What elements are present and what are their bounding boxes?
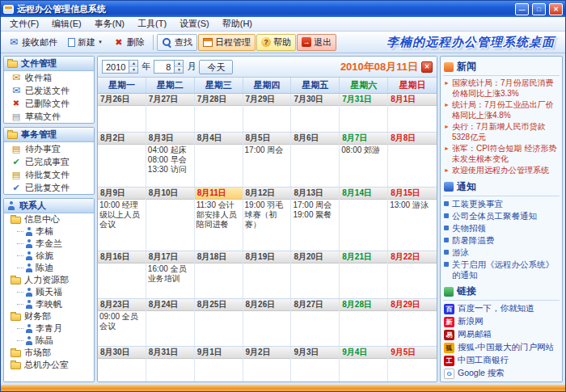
- calendar-cell[interactable]: 8月1日: [388, 94, 437, 132]
- calendar-cell[interactable]: 9月5日: [388, 347, 437, 381]
- calendar-cell[interactable]: 9月3日: [291, 347, 340, 381]
- year-up-icon[interactable]: [129, 61, 137, 66]
- close-button[interactable]: ✕: [549, 3, 563, 15]
- calendar-cell[interactable]: 8月11日11:30 会计部安排人员陪同进餐: [195, 188, 243, 251]
- exit-button[interactable]: 退出: [297, 34, 336, 51]
- calendar-cell[interactable]: 8月6日: [291, 133, 340, 187]
- link-item[interactable]: 狐搜狐-中国最大的门户网站: [443, 341, 560, 354]
- calendar-cell[interactable]: 8月29日: [388, 299, 437, 346]
- link-item[interactable]: 百百度一下，你就知道: [443, 302, 560, 315]
- contact-member[interactable]: 李映帆: [4, 298, 94, 310]
- today-button[interactable]: 今天: [199, 60, 233, 74]
- month-spinner[interactable]: 8: [154, 60, 184, 74]
- notice-item[interactable]: 工装更换事宜: [443, 198, 560, 210]
- minimize-button[interactable]: —: [515, 3, 529, 15]
- calendar-event[interactable]: 13:00 游泳: [390, 200, 435, 210]
- menu-item-5[interactable]: 设置(S): [173, 17, 216, 31]
- calendar-cell[interactable]: 8月23日09:00 全员会议: [98, 299, 146, 346]
- contact-group[interactable]: 信息中心: [4, 213, 94, 226]
- calendar-cell[interactable]: 8月22日: [388, 251, 437, 298]
- calendar-event[interactable]: 19:00 聚餐: [293, 210, 337, 220]
- calendar-cell[interactable]: 8月27日: [291, 299, 340, 346]
- link-item[interactable]: GGoogle 搜索: [443, 367, 560, 380]
- find-button[interactable]: 查找: [157, 34, 197, 51]
- calendar-event[interactable]: 04:00 起床: [148, 145, 192, 155]
- contact-group[interactable]: 市场部: [4, 347, 94, 359]
- calendar-event[interactable]: 13:30 访问: [148, 165, 192, 175]
- calendar-cell[interactable]: 8月4日: [195, 133, 243, 187]
- notice-item[interactable]: 游泳: [443, 247, 560, 259]
- notice-item[interactable]: 失物招领: [443, 222, 560, 234]
- contacts-header[interactable]: 联系人: [4, 199, 94, 213]
- calendar-cell[interactable]: 8月2日: [98, 133, 146, 187]
- calendar-cell[interactable]: 7月27日: [146, 94, 195, 132]
- calendar-cell[interactable]: 8月15日13:00 游泳: [388, 188, 437, 251]
- task-item[interactable]: 已完成事宜: [4, 155, 94, 168]
- schedule-button[interactable]: 日程管理: [198, 34, 256, 51]
- link-item[interactable]: 易网易邮箱: [443, 328, 560, 341]
- calendar-cell[interactable]: 8月21日: [340, 251, 388, 298]
- calendar-cell[interactable]: 7月30日: [291, 94, 340, 132]
- link-item[interactable]: 海Dict.CN 海词 在线词典: [443, 380, 560, 382]
- calendar-cell[interactable]: 7月31日: [340, 94, 388, 132]
- calendar-event[interactable]: 11:30 会计部安排人员陪同进餐: [196, 200, 241, 230]
- help-button[interactable]: 帮助: [256, 34, 296, 51]
- calendar-event[interactable]: 17:00 周会: [245, 145, 289, 155]
- news-item[interactable]: ►统计局：7月份工业品出厂价格同比上涨4.8%: [443, 99, 560, 121]
- notice-item[interactable]: 防暑降温费: [443, 234, 560, 247]
- task-item[interactable]: 待批复文件: [4, 168, 94, 181]
- year-spinner[interactable]: 2010: [102, 60, 138, 74]
- calendar-cell[interactable]: 8月28日: [340, 299, 388, 346]
- notice-item[interactable]: 关于启用《远程办公系统》的通知: [443, 259, 560, 281]
- contact-member[interactable]: 李楠: [4, 226, 94, 238]
- calendar-event[interactable]: 16:00 全员业务培训: [148, 264, 192, 284]
- task-management-header[interactable]: 事务管理: [4, 128, 94, 142]
- link-item[interactable]: 新新浪网: [443, 315, 560, 328]
- calendar-event[interactable]: 10:00 经理级以上人员会议: [99, 200, 144, 230]
- notice-item[interactable]: 公司全体员工聚餐通知: [443, 210, 560, 222]
- calendar-cell[interactable]: 8月26日: [243, 299, 292, 346]
- news-item[interactable]: ►欢迎使用远程办公管理系统: [443, 165, 560, 177]
- calendar-cell[interactable]: 7月29日: [243, 94, 292, 132]
- contact-member[interactable]: 陈迪: [4, 262, 94, 274]
- month-up-icon[interactable]: [175, 61, 183, 66]
- receive-mail-button[interactable]: 接收邮件: [3, 34, 62, 51]
- menu-item-1[interactable]: 文件(F): [3, 17, 45, 31]
- delete-button[interactable]: 删除: [108, 34, 150, 51]
- file-item[interactable]: 已发送文件: [4, 84, 94, 97]
- news-item[interactable]: ►央行：7月新增人民币贷款5328亿元: [443, 121, 560, 143]
- file-item[interactable]: 草稿文件: [4, 110, 94, 123]
- calendar-cell[interactable]: 9月2日: [243, 347, 292, 381]
- calendar-cell[interactable]: 9月1日: [195, 347, 243, 381]
- file-item[interactable]: 收件箱: [4, 71, 94, 84]
- calendar-event[interactable]: 08:00 早会: [148, 155, 192, 165]
- task-item[interactable]: 待办事宜: [4, 142, 94, 155]
- month-down-icon[interactable]: [175, 66, 183, 73]
- contact-group[interactable]: 财务部: [4, 310, 94, 322]
- calendar-event[interactable]: 09:00 全员会议: [99, 312, 144, 331]
- calendar-cell[interactable]: 8月17日16:00 全员业务培训: [146, 251, 195, 298]
- calendar-cell[interactable]: 8月25日: [195, 299, 243, 346]
- menu-item-4[interactable]: 工具(T): [131, 17, 173, 31]
- contact-member[interactable]: 顾天福: [4, 286, 94, 298]
- news-item[interactable]: ►张军：CPI符合短期 经济形势未发生根本变化: [443, 143, 560, 165]
- calendar-cell[interactable]: 8月8日: [388, 133, 437, 187]
- contact-member[interactable]: 陈晶: [4, 335, 94, 347]
- menu-item-2[interactable]: 编辑(E): [45, 17, 88, 31]
- file-management-header[interactable]: 文件管理: [4, 57, 94, 71]
- year-down-icon[interactable]: [129, 66, 137, 73]
- calendar-cell[interactable]: 8月5日17:00 周会: [243, 133, 292, 187]
- menu-item-6[interactable]: 帮助(H): [216, 17, 259, 31]
- contact-group[interactable]: 人力资源部: [4, 274, 94, 286]
- calendar-event[interactable]: 08:00 郊游: [341, 145, 386, 155]
- calendar-cell[interactable]: 8月18日: [195, 251, 243, 298]
- calendar-cell[interactable]: 7月28日: [195, 94, 243, 132]
- calendar-cell[interactable]: 8月31日: [146, 347, 195, 381]
- calendar-cell[interactable]: 8月13日17:00 周会19:00 聚餐: [291, 188, 340, 251]
- link-item[interactable]: 工中国工商银行: [443, 354, 560, 367]
- contact-group[interactable]: 总机办公室: [4, 359, 94, 371]
- calendar-cell[interactable]: 8月12日19:00 羽毛球赛（初赛）: [243, 188, 292, 251]
- contact-member[interactable]: 李青月: [4, 322, 94, 335]
- calendar-event[interactable]: 19:00 羽毛球赛（初赛）: [245, 200, 289, 230]
- calendar-cell[interactable]: 9月4日: [340, 347, 388, 381]
